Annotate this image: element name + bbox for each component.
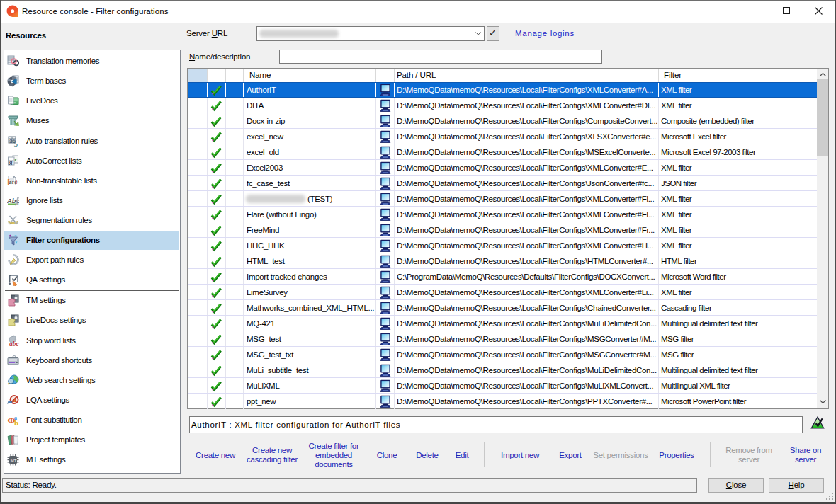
svg-text:b: b [14, 418, 18, 427]
svg-text:MT: MT [11, 459, 17, 463]
svg-text:[: [ [8, 178, 10, 185]
svg-text:я: я [9, 159, 13, 166]
svg-text:abc: abc [9, 340, 19, 348]
svg-text:5: 5 [14, 139, 18, 148]
svg-text:!: ! [16, 178, 18, 185]
svg-text:r: r [14, 156, 17, 163]
